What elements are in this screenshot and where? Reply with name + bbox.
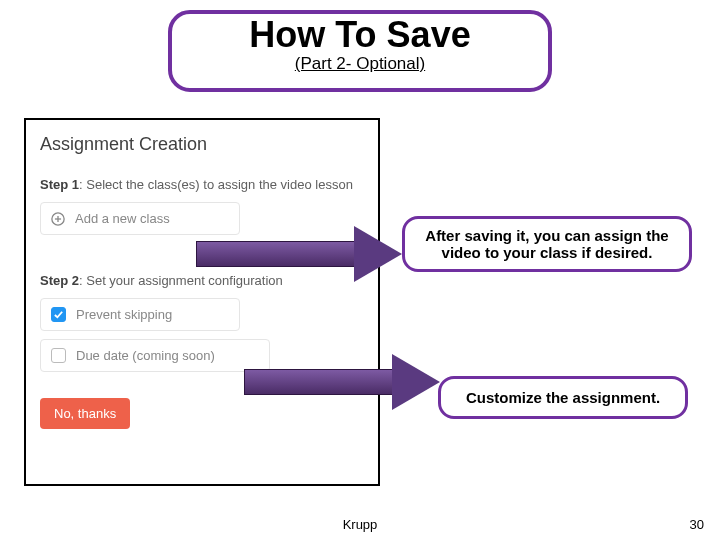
step-2-prefix: Step 2 [40,273,79,288]
checkbox-checked-icon [51,307,66,322]
prevent-skipping-label: Prevent skipping [76,307,172,322]
slide-subtitle: (Part 2- Optional) [172,54,548,74]
footer-page-number: 30 [690,517,704,532]
checkbox-empty-icon [51,348,66,363]
step-2-text: : Set your assignment configuration [79,273,283,288]
screenshot-panel: Assignment Creation Step 1: Select the c… [24,118,380,486]
slide-title: How To Save [172,16,548,54]
plus-circle-icon [51,212,65,226]
step-1-prefix: Step 1 [40,177,79,192]
step-1-label: Step 1: Select the class(es) to assign t… [40,177,364,192]
callout-customize: Customize the assignment. [438,376,688,419]
due-date-row[interactable]: Due date (coming soon) [40,339,270,372]
no-thanks-button[interactable]: No, thanks [40,398,130,429]
title-box: How To Save (Part 2- Optional) [168,10,552,92]
prevent-skipping-row[interactable]: Prevent skipping [40,298,240,331]
step-2-label: Step 2: Set your assignment configuratio… [40,273,364,288]
step-1-text: : Select the class(es) to assign the vid… [79,177,353,192]
due-date-label: Due date (coming soon) [76,348,215,363]
add-class-label: Add a new class [75,211,170,226]
panel-heading: Assignment Creation [40,134,364,155]
add-class-row[interactable]: Add a new class [40,202,240,235]
callout-assign: After saving it, you can assign the vide… [402,216,692,272]
footer-author: Krupp [0,517,720,532]
